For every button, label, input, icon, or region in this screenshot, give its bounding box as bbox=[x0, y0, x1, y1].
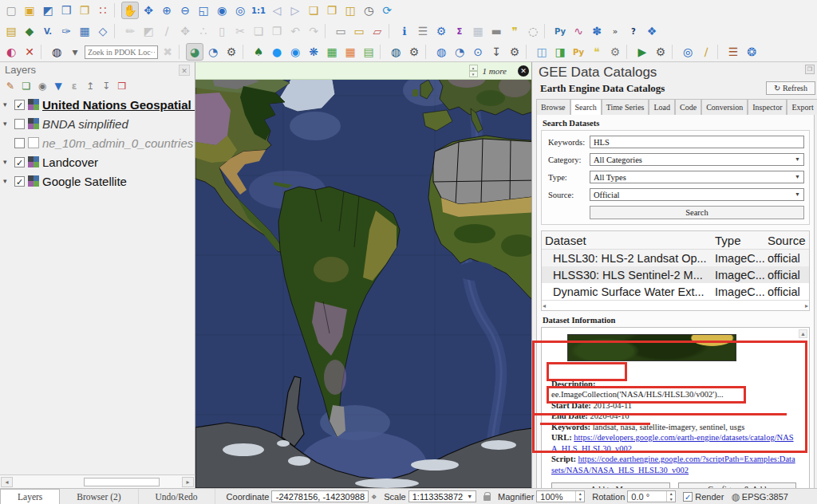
close-icon[interactable]: ✕ bbox=[518, 65, 529, 77]
metasearch-icon[interactable]: ◐ bbox=[2, 43, 20, 61]
layer-item-landcover[interactable]: ▾ ✓ Landcover bbox=[0, 152, 195, 171]
new-print-layout-icon[interactable]: ❐ bbox=[76, 2, 93, 19]
scroll-right-icon[interactable]: ▸ bbox=[805, 302, 808, 309]
radar-globe-icon[interactable]: ◎ bbox=[679, 43, 697, 61]
expander-icon[interactable]: ▾ bbox=[3, 100, 11, 108]
magnifier-spinner[interactable]: 100%▲▼ bbox=[536, 490, 585, 502]
dataset-url-link[interactable]: https://developers.google.com/earth-engi… bbox=[551, 433, 794, 452]
table-row[interactable]: HLSS30: HLS Sentinel-2 M... ImageC... of… bbox=[542, 266, 809, 283]
pdok-locatieserver-icon[interactable]: ◍ bbox=[48, 43, 65, 61]
delete-selected-icon[interactable]: ▯ bbox=[213, 22, 231, 40]
toolbar-overflow-icon[interactable]: » bbox=[606, 22, 624, 40]
pan-map-icon[interactable]: ✋ bbox=[121, 2, 139, 19]
category-select[interactable]: All Categories▼ bbox=[590, 153, 804, 166]
globe-dark-icon[interactable]: ◍ bbox=[387, 43, 405, 61]
source-select[interactable]: Official▼ bbox=[590, 188, 804, 201]
search-button[interactable]: Search bbox=[590, 206, 804, 219]
show-sum-icon[interactable]: Σ bbox=[451, 22, 468, 40]
zoom-search-tool-icon[interactable]: ⊙ bbox=[469, 43, 487, 61]
scroll-left-icon[interactable]: ◂ bbox=[543, 302, 546, 309]
type-select[interactable]: All Types▼ bbox=[590, 171, 804, 183]
new-spatialite-layer-icon[interactable]: ✑ bbox=[57, 22, 75, 40]
mouse-tracking-icon[interactable]: ⌖ bbox=[371, 491, 377, 502]
zoom-in-icon[interactable]: ⊕ bbox=[158, 2, 176, 19]
layer-checkbox[interactable]: ✓ bbox=[14, 100, 25, 110]
gear-tool-icon[interactable]: ⚙ bbox=[506, 43, 523, 61]
zoom-native-icon[interactable]: 1:1 bbox=[250, 2, 267, 19]
epsg-value[interactable]: EPSG:3857 bbox=[742, 492, 788, 502]
add-feature-icon[interactable]: ∕ bbox=[158, 22, 176, 40]
coordinate-value[interactable]: -24278156, -14230988 bbox=[271, 490, 369, 502]
dock-tab-undo-redo[interactable]: Undo/Redo bbox=[139, 489, 215, 504]
undo-icon[interactable]: ↶ bbox=[286, 22, 304, 40]
open-layer-styling-icon[interactable]: ✎ bbox=[3, 79, 18, 93]
georeferencer-icon[interactable]: ✕ bbox=[21, 43, 38, 61]
manage-map-themes-icon[interactable]: ◉ bbox=[35, 79, 49, 93]
new-geopackage-icon[interactable]: ◆ bbox=[21, 22, 38, 40]
column-dataset[interactable]: Dataset bbox=[542, 234, 715, 247]
layer-checkbox[interactable]: ✓ bbox=[14, 157, 25, 167]
style-manager-icon[interactable]: ∷ bbox=[94, 2, 112, 19]
toggle-editing-icon[interactable]: ✏ bbox=[121, 22, 139, 40]
project-save-icon[interactable]: ◩ bbox=[39, 2, 57, 19]
split-panels-icon[interactable]: ◨ bbox=[551, 43, 569, 61]
layers-horizontal-scrollbar[interactable]: ◂ ▸ bbox=[0, 474, 195, 488]
scroll-right-icon[interactable]: ▸ bbox=[182, 477, 194, 487]
dataset-script-link[interactable]: https://code.earthengine.google.com/?scr… bbox=[551, 455, 795, 474]
elevation-profile-icon[interactable]: ∿ bbox=[570, 22, 587, 40]
lock-icon[interactable] bbox=[483, 495, 491, 501]
render-checkbox[interactable]: ✓ bbox=[683, 492, 693, 502]
dock-tab-layers[interactable]: Layers bbox=[0, 489, 60, 504]
temporal-controller-icon[interactable]: ◷ bbox=[360, 2, 377, 19]
refresh-button[interactable]: ↻ Refresh bbox=[766, 81, 815, 95]
options-icon[interactable]: ✽ bbox=[588, 22, 606, 40]
pan-to-selection-icon[interactable]: ✥ bbox=[140, 2, 157, 19]
list-steps-icon[interactable]: ☰ bbox=[724, 43, 742, 61]
robot-gear-icon[interactable]: ⚙ bbox=[606, 43, 624, 61]
tab-export[interactable]: Export bbox=[787, 99, 817, 115]
project-save-as-icon[interactable]: ❒ bbox=[57, 2, 75, 19]
layer-checkbox[interactable] bbox=[14, 119, 25, 129]
move-feature-icon[interactable]: ✥ bbox=[176, 22, 194, 40]
scale-combo[interactable]: 1:113353872▼ bbox=[408, 490, 476, 502]
message-more-label[interactable]: 1 more bbox=[483, 66, 507, 76]
rotation-spinner[interactable]: 0.0 °▲▼ bbox=[627, 490, 676, 502]
zoom-last-icon[interactable]: ◁ bbox=[268, 2, 286, 19]
pdok-clear-icon[interactable]: ✖ bbox=[159, 43, 176, 61]
filter-by-expression-icon[interactable]: ε bbox=[67, 79, 81, 93]
gee-map-icon[interactable]: ◔ bbox=[204, 43, 222, 61]
configure-add-button[interactable]: Configure & Add bbox=[678, 482, 797, 488]
map-tips-icon[interactable]: ❞ bbox=[506, 22, 523, 40]
new-virtual-layer-icon[interactable]: ◇ bbox=[94, 22, 112, 40]
download-tool-icon[interactable]: ↧ bbox=[487, 43, 505, 61]
layer-label[interactable]: ne_10m_admin_0_countries bbox=[42, 136, 193, 150]
python-plugin-icon[interactable]: Py bbox=[570, 43, 587, 61]
pdok-caret-icon[interactable]: ▾ bbox=[66, 43, 84, 61]
project-open-icon[interactable]: ▣ bbox=[21, 2, 38, 19]
tab-conversion[interactable]: Conversion bbox=[701, 99, 748, 115]
table-row[interactable]: Dynamic Surface Water Ext... ImageC... o… bbox=[542, 283, 809, 300]
expander-icon[interactable]: ▾ bbox=[3, 158, 11, 166]
sun-settings-icon[interactable]: ❂ bbox=[743, 43, 760, 61]
gear-dark-icon[interactable]: ⚙ bbox=[405, 43, 423, 61]
globe-blue-icon[interactable]: ◍ bbox=[432, 43, 450, 61]
book-tool-icon[interactable]: ◫ bbox=[533, 43, 551, 61]
layer-item-ne10m[interactable]: ne_10m_admin_0_countries bbox=[0, 133, 195, 152]
gear-tool-2-icon[interactable]: ⚙ bbox=[652, 43, 669, 61]
layer-checkbox[interactable] bbox=[14, 138, 25, 148]
cut-features-icon[interactable]: ✂ bbox=[231, 22, 249, 40]
keywords-input[interactable] bbox=[590, 136, 804, 148]
tab-browse[interactable]: Browse bbox=[536, 99, 570, 115]
new-vector-layer-icon[interactable]: V. bbox=[39, 22, 57, 40]
gee-data-catalogs-icon[interactable]: ◕ bbox=[186, 43, 203, 61]
grid-colors-icon[interactable]: ▦ bbox=[341, 43, 359, 61]
deselect-features-icon[interactable]: ▱ bbox=[369, 22, 386, 40]
zoom-to-selection-icon[interactable]: ◉ bbox=[213, 2, 231, 19]
bubble-tool-icon[interactable]: ❝ bbox=[588, 43, 606, 61]
add-group-icon[interactable]: ❏ bbox=[19, 79, 34, 93]
chip-tool-icon[interactable]: ▤ bbox=[360, 43, 377, 61]
show-bookmarks-icon[interactable]: ❐ bbox=[323, 2, 341, 19]
paste-features-icon[interactable]: ❐ bbox=[268, 22, 286, 40]
data-source-manager-icon[interactable]: ▤ bbox=[2, 22, 20, 40]
topology-checker-icon[interactable]: ❖ bbox=[643, 22, 661, 40]
